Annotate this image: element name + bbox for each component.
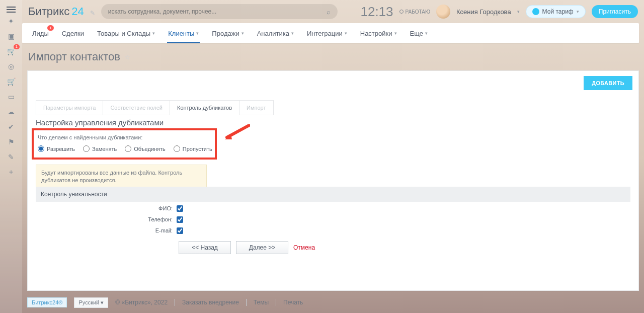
footer-link[interactable]: Заказать внедрение: [182, 299, 239, 306]
dup-radio-row: РазрешитьЗаменятьОбъединятьПропустить: [38, 145, 212, 152]
info-box: Будут импортированы все данные из файла.…: [36, 165, 207, 189]
side-icon[interactable]: ＋: [7, 168, 16, 176]
logo-suffix: 24: [71, 5, 84, 18]
highlight-box: [32, 128, 217, 160]
tab-2[interactable]: Контроль дубликатов: [170, 100, 239, 115]
separator: [246, 299, 247, 306]
cancel-link[interactable]: Отмена: [293, 244, 315, 251]
main-nav: Лиды1СделкиТовары и Склады▾Клиенты▾Прода…: [22, 23, 639, 43]
side-icon[interactable]: ▣: [7, 32, 16, 40]
nav-item-4[interactable]: Продажи▾: [212, 30, 244, 37]
edit-icon[interactable]: ✎: [90, 10, 95, 17]
dup-option-3[interactable]: Пропустить: [174, 145, 212, 152]
left-sidebar: ✦ ▣ 🛒1 ◎ 🛒 ▭ ☁ ✔ ⚑ ✎ ＋: [0, 0, 22, 313]
back-button[interactable]: << Назад: [179, 241, 231, 254]
uniq-checkbox-0[interactable]: [177, 205, 183, 212]
uniq-row-0: ФИО:: [36, 203, 187, 214]
nav-item-8[interactable]: Еще▾: [410, 30, 428, 37]
dup-radio-2[interactable]: [125, 145, 131, 152]
side-icon[interactable]: ⚑: [7, 138, 16, 146]
dup-question-label: Что делаем с найденными дубликатами:: [38, 134, 142, 140]
wizard-buttons: << Назад Далее >> Отмена: [179, 241, 315, 254]
separator: [276, 299, 276, 306]
chevron-down-icon: ▾: [152, 31, 155, 36]
nav-item-2[interactable]: Товары и Склады▾: [97, 30, 155, 37]
tab-1[interactable]: Соответствие полей: [103, 100, 170, 115]
clock: 12:13: [360, 4, 393, 20]
work-status[interactable]: РАБОТАЮ: [399, 9, 430, 15]
search-field[interactable]: ⌕: [101, 4, 338, 19]
nav-item-3[interactable]: Клиенты▾: [168, 30, 199, 37]
user-name[interactable]: Ксения Городкова: [456, 8, 511, 16]
nav-badge: 1: [47, 25, 53, 31]
logo[interactable]: Битрикс 24 ✎: [28, 5, 95, 18]
topbar: Битрикс 24 ✎ ⌕ 12:13 РАБОТАЮ Ксения Горо…: [22, 0, 644, 23]
side-icon[interactable]: ✦: [7, 17, 16, 25]
tab-3[interactable]: Импорт: [239, 100, 273, 115]
arrow-annotation: [224, 124, 250, 140]
chevron-down-icon: ▾: [196, 31, 199, 36]
chevron-down-icon: ▾: [394, 31, 397, 36]
uniq-checkbox-2[interactable]: [177, 227, 183, 234]
side-icon[interactable]: ◎: [7, 62, 16, 70]
side-icon[interactable]: ✔: [7, 123, 16, 131]
lang-selector[interactable]: Русский ▾: [74, 297, 108, 308]
separator: [175, 299, 175, 306]
search-icon[interactable]: ⌕: [327, 8, 331, 16]
dup-option-2[interactable]: Объединять: [125, 145, 166, 152]
dup-radio-3[interactable]: [174, 145, 180, 152]
section-title: Настройка управления дубликатами: [36, 118, 164, 127]
hamburger-icon[interactable]: [7, 9, 16, 10]
star-icon[interactable]: ☆: [124, 53, 130, 61]
nav-item-6[interactable]: Интеграции▾: [307, 30, 347, 37]
next-button[interactable]: Далее >>: [236, 241, 288, 254]
nav-item-5[interactable]: Аналитика▾: [257, 30, 294, 37]
chevron-down-icon: ▾: [291, 31, 294, 36]
dup-option-1[interactable]: Заменять: [83, 145, 117, 152]
tab-0[interactable]: Параметры импорта: [36, 100, 103, 115]
uniq-checkbox-1[interactable]: [177, 216, 183, 223]
side-icon[interactable]: 🛒: [7, 77, 16, 86]
footer-link[interactable]: Темы: [254, 299, 269, 306]
avatar[interactable]: [436, 5, 450, 19]
uniq-row-1: Телефон:: [36, 214, 187, 225]
footer-link[interactable]: Печать: [283, 299, 303, 306]
chevron-down-icon[interactable]: ▾: [517, 9, 520, 14]
copyright: © «Битрикс», 2022: [115, 299, 168, 306]
invite-button[interactable]: Пригласить: [592, 5, 638, 18]
nav-item-7[interactable]: Настройки▾: [360, 30, 397, 37]
search-input[interactable]: [108, 8, 327, 15]
add-button[interactable]: ДОБАВИТЬ: [584, 76, 632, 90]
tariff-label: Мой тариф: [542, 8, 574, 15]
chevron-down-icon: ▾: [425, 31, 428, 36]
content-panel: ДОБАВИТЬ Параметры импортаСоответствие п…: [27, 70, 639, 291]
uniq-label: Телефон:: [36, 216, 177, 222]
chevron-down-icon: ▾: [242, 31, 244, 36]
uniq-label: ФИО:: [36, 205, 177, 211]
dup-radio-1[interactable]: [83, 145, 90, 152]
import-tabs: Параметры импортаСоответствие полейКонтр…: [36, 100, 273, 115]
nav-item-1[interactable]: Сделки: [62, 30, 84, 37]
dup-option-0[interactable]: Разрешить: [38, 145, 75, 152]
side-icon[interactable]: ☁: [7, 108, 16, 116]
side-icon[interactable]: ▭: [7, 93, 16, 101]
uniqueness-fields: ФИО:Телефон:E-mail:: [36, 203, 187, 236]
logo-text: Битрикс: [28, 5, 69, 18]
chevron-down-icon: ▾: [345, 31, 347, 36]
chevron-down-icon: ▾: [577, 9, 579, 14]
nav-item-0[interactable]: Лиды1: [32, 30, 49, 37]
uniq-row-2: E-mail:: [36, 225, 187, 236]
page-title-row: Импорт контактов ☆: [28, 50, 130, 63]
tariff-button[interactable]: Мой тариф▾: [526, 5, 586, 18]
side-icon-cart[interactable]: 🛒1: [7, 47, 16, 55]
footer-badge[interactable]: Битрикс24®: [27, 297, 67, 307]
rocket-icon: [532, 8, 539, 15]
uniq-label: E-mail:: [36, 227, 177, 233]
dup-radio-0[interactable]: [38, 145, 44, 152]
uniqueness-header: Контроль уникальности: [36, 187, 630, 202]
footer: Битрикс24® Русский ▾ © «Битрикс», 2022 З…: [27, 295, 639, 310]
side-icon[interactable]: ✎: [7, 153, 16, 161]
page-title: Импорт контактов: [28, 50, 120, 63]
